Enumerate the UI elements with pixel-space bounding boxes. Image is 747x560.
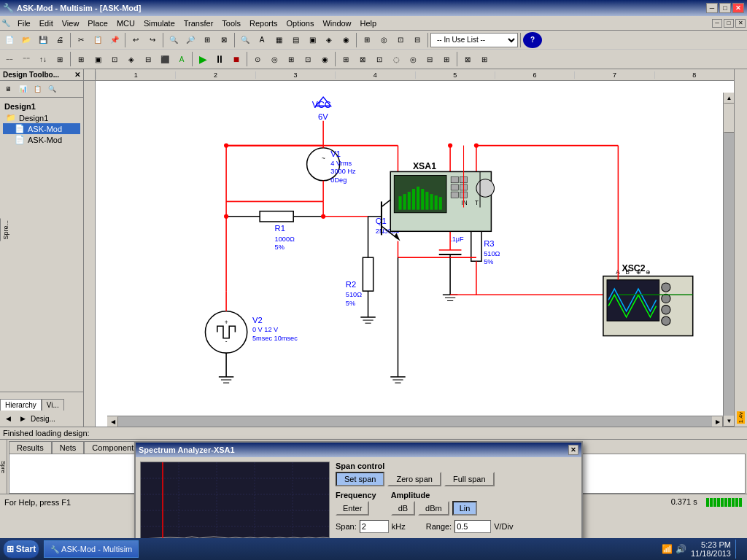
zero-span-button[interactable]: Zero span <box>387 472 441 486</box>
sidebar-btn4[interactable]: 🔍 <box>45 82 58 96</box>
redo-btn[interactable]: ↪ <box>144 32 160 48</box>
schematic-area[interactable]: 1 2 3 4 5 6 7 8 VCC 6V <box>84 69 734 427</box>
layout-btn1[interactable]: ⊠ <box>460 51 476 67</box>
dbm-button[interactable]: dBm <box>418 501 449 516</box>
sidebar-item-askmod-1[interactable]: 📄 ASK-Mod <box>3 123 80 134</box>
scrollbar-horizontal[interactable]: ◀ ▶ <box>107 416 723 427</box>
extra-btn5[interactable]: ◎ <box>405 51 421 67</box>
span-input[interactable] <box>360 520 389 533</box>
wave-btn4[interactable]: ⊡ <box>300 51 316 67</box>
maximize-button[interactable]: □ <box>719 3 731 13</box>
print-btn[interactable]: 🖨 <box>52 32 68 48</box>
comp-btn1[interactable]: ⊞ <box>73 51 89 67</box>
stop-btn[interactable]: ■ <box>228 51 244 67</box>
scroll-thumb-v[interactable] <box>724 104 734 133</box>
paste-btn[interactable]: 📌 <box>107 32 123 48</box>
menu-file[interactable]: File <box>13 18 35 29</box>
tool7[interactable]: ▣ <box>304 32 320 48</box>
scroll-down-btn[interactable]: ▼ <box>724 416 734 427</box>
sidebar-item-design1[interactable]: 📁 Design1 <box>3 112 80 123</box>
wave-btn3[interactable]: ⊞ <box>283 51 299 67</box>
extra-btn4[interactable]: ◌ <box>388 51 404 67</box>
enter-button[interactable]: Enter <box>336 501 369 516</box>
menu-tools[interactable]: Tools <box>217 18 245 29</box>
comp-btn3[interactable]: ⊡ <box>107 51 123 67</box>
comp-btn7[interactable]: A <box>174 51 190 67</box>
tool11[interactable]: ◎ <box>376 32 392 48</box>
comp-btn6[interactable]: ⬛ <box>157 51 173 67</box>
scroll-left-btn[interactable]: ◀ <box>107 416 118 427</box>
sidebar-close-icon[interactable]: ✕ <box>74 71 80 79</box>
sidebar-btn1[interactable]: 🖥 <box>1 82 15 96</box>
wave-btn1[interactable]: ⊙ <box>249 51 266 67</box>
show-desktop-btn[interactable] <box>735 540 741 559</box>
menu-help[interactable]: Help <box>356 18 382 29</box>
extra-btn2[interactable]: ⊠ <box>355 51 371 67</box>
dialog-close-button[interactable]: ✕ <box>568 445 578 455</box>
zoom-in-btn[interactable]: 🔎 <box>182 32 198 48</box>
save-btn[interactable]: 💾 <box>35 32 51 48</box>
zoom-area-btn[interactable]: ⊞ <box>199 32 215 48</box>
taskbar-app-item[interactable]: 🔧 ASK-Mod - Multisim <box>44 540 139 558</box>
tab-hierarchy[interactable]: Hierarchy <box>0 399 42 411</box>
sim-btn4[interactable]: ⊞ <box>52 51 68 67</box>
tool9[interactable]: ◉ <box>338 32 354 48</box>
inner-maximize[interactable]: □ <box>724 19 734 28</box>
menu-window[interactable]: Window <box>318 18 355 29</box>
bottom-left-tab[interactable]: Spre <box>0 440 7 494</box>
tool5[interactable]: ▦ <box>271 32 287 48</box>
layout-btn2[interactable]: ⊞ <box>476 51 492 67</box>
help-btn[interactable]: ? <box>523 32 542 48</box>
comp-btn2[interactable]: ▣ <box>90 51 106 67</box>
run-btn[interactable]: ▶ <box>195 51 211 67</box>
menu-place[interactable]: Place <box>83 18 112 29</box>
undo-btn[interactable]: ↩ <box>128 32 144 48</box>
menu-mcu[interactable]: MCU <box>112 18 139 29</box>
start-button[interactable]: ⊞ Start <box>3 540 39 559</box>
tool10[interactable]: ⊞ <box>359 32 375 48</box>
tool8[interactable]: ◈ <box>321 32 337 48</box>
tool6[interactable]: ▤ <box>287 32 303 48</box>
inner-minimize[interactable]: ─ <box>712 19 722 28</box>
schematic-svg[interactable]: VCC 6V ~ V1 4 Vrms 3000 Hz 0Deg <box>96 81 734 427</box>
scrollbar-vertical[interactable]: ▲ ▼ <box>723 93 734 427</box>
minimize-button[interactable]: ─ <box>706 3 718 13</box>
menu-reports[interactable]: Reports <box>245 18 282 29</box>
pause-btn[interactable]: ⏸ <box>212 51 228 67</box>
scroll-right-btn[interactable]: ▶ <box>712 416 723 427</box>
menu-edit[interactable]: Edit <box>35 18 58 29</box>
tab-nets[interactable]: Nets <box>52 441 85 454</box>
cut-btn[interactable]: ✂ <box>73 32 89 48</box>
lin-button[interactable]: Lin <box>452 501 478 516</box>
sidebar-back-btn[interactable]: ◀ <box>1 412 15 425</box>
tab-results[interactable]: Results <box>9 441 52 454</box>
schematic-canvas[interactable]: VCC 6V ~ V1 4 Vrms 3000 Hz 0Deg <box>96 81 734 427</box>
tab-visibility[interactable]: Vi... <box>42 399 64 411</box>
extra-btn3[interactable]: ⊡ <box>371 51 387 67</box>
menu-view[interactable]: View <box>58 18 84 29</box>
search-btn[interactable]: 🔍 <box>237 32 253 48</box>
menu-transfer[interactable]: Transfer <box>179 18 218 29</box>
sidebar-item-askmod-2[interactable]: 📄 ASK-Mod <box>3 134 80 145</box>
zoom-out-btn[interactable]: 🔍 <box>166 32 182 48</box>
comp-btn4[interactable]: ◈ <box>123 51 139 67</box>
scroll-track-h[interactable] <box>118 416 712 427</box>
sidebar-btn3[interactable]: 📋 <box>31 82 44 96</box>
sidebar-fwd-btn[interactable]: ▶ <box>16 412 29 425</box>
sidebar-btn2[interactable]: 📊 <box>16 82 29 96</box>
full-span-button[interactable]: Full span <box>444 472 495 486</box>
in-use-list[interactable]: -- In Use List -- <box>430 33 518 47</box>
db-button[interactable]: dB <box>391 501 415 516</box>
copy-btn[interactable]: 📋 <box>90 32 106 48</box>
inner-close[interactable]: ✕ <box>735 19 746 28</box>
set-span-button[interactable]: Set span <box>336 472 384 486</box>
extra-btn1[interactable]: ⊞ <box>338 51 354 67</box>
wave-btn2[interactable]: ◎ <box>266 51 282 67</box>
extra-btn6[interactable]: ⊟ <box>422 51 438 67</box>
tool13[interactable]: ⊟ <box>409 32 425 48</box>
wave-btn5[interactable]: ◉ <box>317 51 333 67</box>
tool12[interactable]: ⊡ <box>392 32 409 48</box>
sim-btn2[interactable]: ⁻⁻ <box>18 51 34 67</box>
extra-btn7[interactable]: ⊞ <box>438 51 454 67</box>
open-btn[interactable]: 📂 <box>18 32 34 48</box>
